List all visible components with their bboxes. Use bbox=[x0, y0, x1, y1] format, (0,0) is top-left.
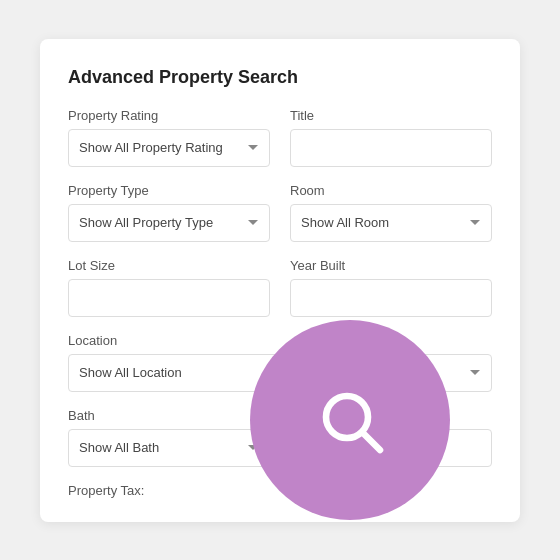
room-label: Room bbox=[290, 183, 492, 198]
property-rating-label: Property Rating bbox=[68, 108, 270, 123]
property-tax-label: Property Tax: bbox=[68, 483, 270, 498]
property-rating-group: Property Rating Show All Property Rating bbox=[68, 108, 270, 167]
year-built-label: Year Built bbox=[290, 258, 492, 273]
property-type-group: Property Type Show All Property Type bbox=[68, 183, 270, 242]
room-group: Room Show All Room bbox=[290, 183, 492, 242]
property-type-select[interactable]: Show All Property Type bbox=[68, 204, 270, 242]
card-title: Advanced Property Search bbox=[68, 67, 492, 88]
bath-label: Bath bbox=[68, 408, 270, 423]
property-rating-select[interactable]: Show All Property Rating bbox=[68, 129, 270, 167]
title-input[interactable] bbox=[290, 129, 492, 167]
bath-select[interactable]: Show All Bath bbox=[68, 429, 270, 467]
year-built-input[interactable] bbox=[290, 279, 492, 317]
search-icon bbox=[314, 384, 386, 456]
title-group: Title bbox=[290, 108, 492, 167]
search-overlay[interactable] bbox=[250, 320, 450, 520]
svg-line-1 bbox=[364, 434, 381, 451]
lot-size-input[interactable] bbox=[68, 279, 270, 317]
property-type-label: Property Type bbox=[68, 183, 270, 198]
lot-size-group: Lot Size bbox=[68, 258, 270, 317]
bath-group: Bath Show All Bath bbox=[68, 408, 270, 467]
lot-size-label: Lot Size bbox=[68, 258, 270, 273]
year-built-group: Year Built bbox=[290, 258, 492, 317]
location-label: Location bbox=[68, 333, 492, 348]
room-select[interactable]: Show All Room bbox=[290, 204, 492, 242]
title-label: Title bbox=[290, 108, 492, 123]
property-tax-group: Property Tax: bbox=[68, 483, 270, 498]
